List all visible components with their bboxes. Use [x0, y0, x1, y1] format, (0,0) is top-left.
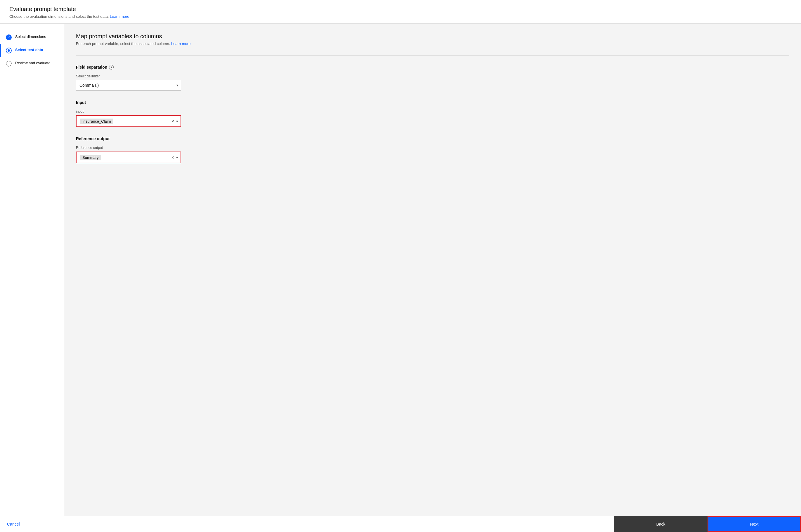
delimiter-label: Select delimiter — [76, 74, 789, 78]
step-label-review-and-evaluate: Review and evaluate — [15, 60, 51, 66]
back-button[interactable]: Back — [614, 516, 708, 532]
page-header: Evaluate prompt template Choose the eval… — [0, 0, 801, 24]
delimiter-chevron-icon: ▾ — [176, 83, 178, 87]
footer: Cancel Back Next — [0, 516, 801, 532]
input-chevron-icon[interactable]: ▾ — [176, 119, 178, 124]
input-section-title: Input — [76, 100, 789, 105]
input-clear-icon[interactable]: ✕ — [171, 119, 174, 124]
step-select-test-data[interactable]: Select test data — [0, 44, 64, 57]
delimiter-select[interactable]: Comma (,) ▾ — [76, 80, 181, 91]
step-icon-completed: ✓ — [6, 35, 12, 40]
next-button[interactable]: Next — [708, 516, 801, 532]
reference-output-field-label: Reference output — [76, 146, 789, 150]
reference-output-chevron-icon[interactable]: ▾ — [176, 155, 178, 160]
step-label-select-test-data: Select test data — [15, 47, 43, 53]
step-icon-pending — [6, 61, 12, 66]
step-review-and-evaluate[interactable]: Review and evaluate — [0, 57, 64, 70]
reference-output-clear-icon[interactable]: ✕ — [171, 155, 174, 160]
step-label-select-dimensions: Select dimensions — [15, 34, 46, 39]
panel-divider — [76, 55, 789, 56]
field-separation-info-icon[interactable]: i — [109, 65, 114, 70]
panel-learn-more-link[interactable]: Learn more — [171, 41, 190, 46]
input-select[interactable]: Insurance_Claim ✕ ▾ — [76, 115, 181, 127]
delimiter-select-wrapper: Comma (,) ▾ — [76, 80, 181, 91]
main-content: ✓ Select dimensions Select test data Rev… — [0, 24, 801, 516]
input-section: Input input Insurance_Claim ✕ ▾ — [76, 100, 789, 127]
field-separation-title: Field separation i — [76, 65, 789, 70]
step-icon-active — [6, 48, 12, 53]
header-learn-more-link[interactable]: Learn more — [110, 14, 129, 19]
reference-output-title: Reference output — [76, 136, 789, 141]
reference-output-select-controls: ✕ ▾ — [171, 155, 178, 160]
reference-output-select[interactable]: Summary ✕ ▾ — [76, 152, 181, 163]
field-separation-section: Field separation i Select delimiter Comm… — [76, 65, 789, 91]
page-title: Evaluate prompt template — [10, 6, 791, 13]
panel-title: Map prompt variables to columns — [76, 33, 789, 40]
page-subtitle: Choose the evaluation dimensions and sel… — [10, 14, 791, 19]
right-panel: Map prompt variables to columns For each… — [64, 24, 801, 516]
reference-output-selected-tag: Summary — [80, 155, 101, 160]
reference-output-section: Reference output Reference output Summar… — [76, 136, 789, 163]
input-field-label: input — [76, 110, 789, 114]
input-selected-tag: Insurance_Claim — [80, 118, 113, 124]
sidebar: ✓ Select dimensions Select test data Rev… — [0, 24, 64, 516]
input-select-controls: ✕ ▾ — [171, 119, 178, 124]
cancel-button[interactable]: Cancel — [0, 516, 614, 532]
step-select-dimensions[interactable]: ✓ Select dimensions — [0, 31, 64, 44]
panel-subtitle: For each prompt variable, select the ass… — [76, 41, 789, 46]
